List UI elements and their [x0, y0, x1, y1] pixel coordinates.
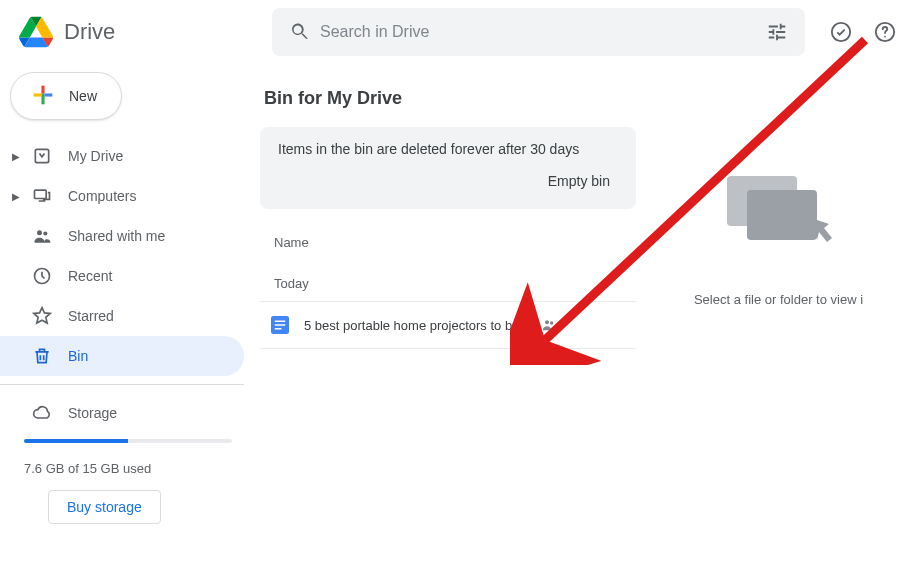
svg-point-6	[43, 231, 47, 235]
starred-icon	[30, 304, 54, 328]
recent-icon	[30, 264, 54, 288]
page-title: Bin for My Drive	[260, 88, 636, 109]
svg-point-13	[550, 321, 553, 324]
divider	[0, 384, 244, 385]
sidebar-item-shared[interactable]: Shared with me	[0, 216, 244, 256]
new-button[interactable]: New	[10, 72, 122, 120]
detail-placeholder-icon	[719, 168, 839, 262]
plus-icon	[29, 81, 57, 112]
bin-info-banner: Items in the bin are deleted forever aft…	[260, 127, 636, 209]
tune-icon[interactable]	[757, 12, 797, 52]
sidebar-item-label: Storage	[68, 405, 117, 421]
sidebar-item-label: Recent	[68, 268, 112, 284]
sidebar-item-label: Shared with me	[68, 228, 165, 244]
column-header-name[interactable]: Name	[260, 209, 636, 266]
bin-icon	[30, 344, 54, 368]
storage-text: 7.6 GB of 15 GB used	[24, 461, 232, 476]
help-icon[interactable]	[865, 12, 905, 52]
cloud-icon	[30, 401, 54, 425]
file-name: 5 best portable home projectors to buy	[304, 318, 526, 333]
chevron-right-icon: ▶	[8, 148, 24, 164]
chevron-right-icon: ▶	[8, 188, 24, 204]
app-name: Drive	[64, 19, 115, 45]
sidebar-item-label: My Drive	[68, 148, 123, 164]
sidebar-item-label: Computers	[68, 188, 136, 204]
svg-rect-10	[275, 324, 286, 326]
sidebar-item-label: Bin	[68, 348, 88, 364]
sidebar-item-computers[interactable]: ▶ Computers	[0, 176, 244, 216]
sidebar-item-label: Starred	[68, 308, 114, 324]
banner-text: Items in the bin are deleted forever aft…	[278, 141, 618, 157]
ready-offline-icon[interactable]	[821, 12, 861, 52]
sidebar-item-starred[interactable]: Starred	[0, 296, 244, 336]
svg-point-12	[545, 320, 549, 324]
new-button-label: New	[69, 88, 97, 104]
sidebar-item-bin[interactable]: Bin	[0, 336, 244, 376]
google-doc-icon	[270, 315, 290, 335]
shared-badge-icon	[540, 316, 558, 334]
sidebar: New ▶ My Drive ▶ Computers Shared with m…	[0, 64, 256, 568]
sidebar-item-recent[interactable]: Recent	[0, 256, 244, 296]
storage-bar	[24, 439, 232, 443]
svg-rect-11	[275, 328, 282, 330]
sidebar-item-storage[interactable]: Storage	[0, 393, 244, 433]
file-row[interactable]: 5 best portable home projectors to buy	[260, 301, 636, 349]
computers-icon	[30, 184, 54, 208]
sidebar-item-my-drive[interactable]: ▶ My Drive	[0, 136, 244, 176]
drive-logo-icon	[16, 12, 56, 52]
empty-bin-button[interactable]: Empty bin	[540, 167, 618, 195]
my-drive-icon	[30, 144, 54, 168]
buy-storage-button[interactable]: Buy storage	[48, 490, 161, 524]
shared-icon	[30, 224, 54, 248]
search-bar[interactable]	[272, 8, 805, 56]
svg-point-0	[832, 23, 850, 41]
svg-point-2	[884, 36, 886, 38]
svg-rect-9	[275, 321, 286, 323]
search-icon	[280, 12, 320, 52]
logo-area[interactable]: Drive	[16, 12, 272, 52]
svg-rect-15	[747, 190, 817, 240]
group-label-today: Today	[260, 266, 636, 301]
detail-prompt: Select a file or folder to view i	[694, 292, 863, 307]
svg-point-5	[37, 230, 42, 235]
detail-pane: Select a file or folder to view i	[636, 88, 921, 568]
svg-rect-4	[35, 190, 47, 198]
search-input[interactable]	[320, 23, 757, 41]
